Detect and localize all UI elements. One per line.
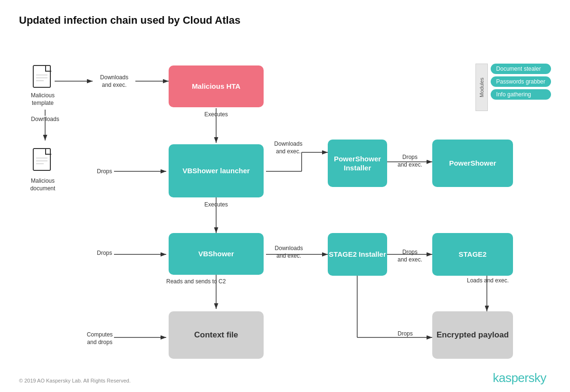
modules-list: Document stealer Passwords grabber Info … — [491, 64, 551, 100]
modules-label: Modules — [475, 64, 488, 111]
drops-exec-2-label: Dropsand exec. — [389, 249, 431, 263]
malicious-hta-box: Malicious HTA — [169, 65, 264, 107]
module-document-stealer: Document stealer — [491, 64, 551, 74]
malicious-template-doc — [32, 65, 56, 93]
vbshower-launcher-box: VBShower launcher — [169, 144, 264, 197]
malicious-document-doc — [32, 148, 56, 176]
downloads-exec-label-2: Downloadsand exec. — [267, 140, 310, 155]
module-info-gathering: Info gathering — [491, 89, 551, 100]
module-passwords-grabber: Passwords grabber — [491, 76, 551, 87]
loads-exec-label: Loads and exec. — [466, 277, 509, 285]
reads-sends-label: Reads and sends to C2 — [166, 278, 266, 286]
kaspersky-logo: kaspersky — [493, 371, 546, 385]
context-file-box: Context file — [169, 311, 264, 359]
drops-1-label: Drops — [95, 168, 114, 176]
modules-section: Modules Document stealer Passwords grabb… — [475, 64, 551, 111]
malicious-template-label: Malicious template — [26, 92, 59, 107]
computes-drops-label: Computesand drops — [81, 331, 119, 346]
downloads-label: Downloads — [28, 116, 62, 123]
powershower-box: PowerShower — [432, 140, 513, 187]
downloads-exec-label-1: Downloadsand exec. — [94, 74, 134, 89]
svg-rect-20 — [33, 65, 50, 87]
vbshower-box: VBShower — [169, 233, 264, 275]
drops-2-label: Drops — [95, 250, 114, 257]
svg-rect-24 — [33, 149, 50, 170]
page: Updated infection chain used by Cloud At… — [0, 0, 570, 392]
encrypted-payload-box: Encrypted payload — [432, 311, 513, 359]
executes-1-label: Executes — [200, 111, 233, 119]
stage2-installer-box: STAGE2 Installer — [328, 233, 387, 276]
downloads-exec-label-3: Downloadsand exec. — [267, 245, 310, 260]
executes-2-label: Executes — [200, 201, 233, 209]
drops-exec-1-label: Dropsand exec. — [389, 154, 431, 168]
powershower-installer-box: PowerShower Installer — [328, 140, 387, 187]
page-title: Updated infection chain used by Cloud At… — [19, 14, 551, 27]
drops-3-label: Drops — [393, 330, 417, 338]
diagram: Malicious template Downloads Malicious d… — [19, 36, 551, 378]
stage2-box: STAGE2 — [432, 233, 513, 276]
malicious-document-label: Malicious document — [26, 177, 59, 192]
footer: © 2019 AO Kaspersky Lab. All Rights Rese… — [19, 378, 131, 383]
